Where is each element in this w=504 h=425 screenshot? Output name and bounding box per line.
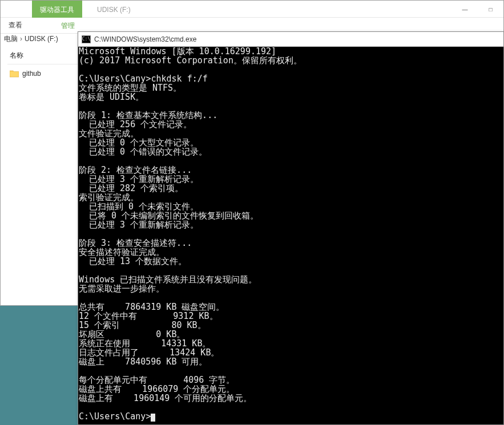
drive-tools-context-tab[interactable]: 驱动器工具 (32, 1, 82, 18)
breadcrumb-root[interactable]: 电脑 (4, 34, 18, 44)
cmd-titlebar[interactable]: C:\ C:\WINDOWS\system32\cmd.exe (78, 32, 503, 47)
window-controls: — □ (452, 1, 503, 18)
cmd-output[interactable]: Microsoft Windows [版本 10.0.16299.192] (c… (78, 47, 503, 424)
breadcrumb-separator: › (20, 35, 22, 43)
cmd-window: C:\ C:\WINDOWS\system32\cmd.exe Microsof… (78, 31, 504, 425)
cmd-title: C:\WINDOWS\system32\cmd.exe (94, 35, 196, 43)
window-title: UDISK (F:) (89, 1, 139, 18)
folder-icon (10, 70, 19, 78)
maximize-button[interactable]: □ (478, 1, 503, 18)
cmd-cursor (151, 414, 155, 422)
ribbon-tab-manage[interactable]: 管理 (53, 18, 83, 33)
explorer-titlebar: 驱动器工具 UDISK (F:) — □ (1, 1, 503, 18)
ribbon-tab-view[interactable]: 查看 (1, 18, 30, 33)
breadcrumb-current[interactable]: UDISK (F:) (25, 35, 58, 43)
minimize-button[interactable]: — (452, 1, 478, 18)
file-name: github (22, 70, 41, 78)
cmd-icon: C:\ (82, 35, 91, 43)
